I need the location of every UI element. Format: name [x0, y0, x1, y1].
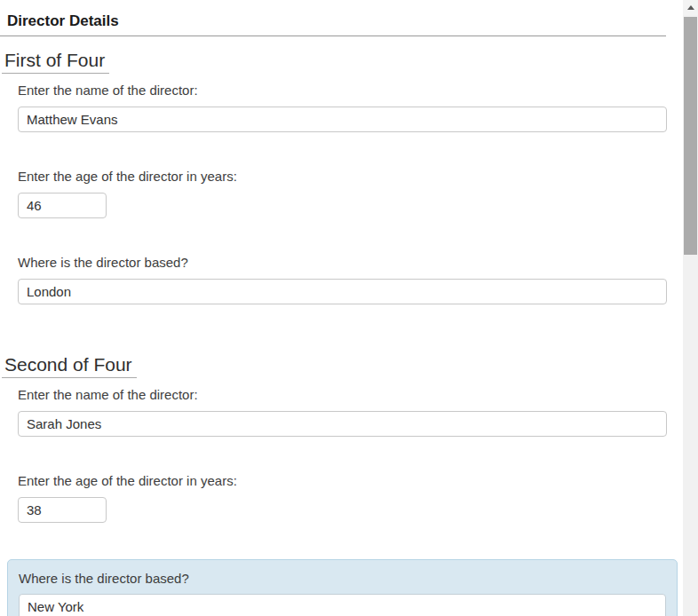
- field-name-2: Enter the name of the director:: [18, 387, 683, 437]
- location-input-2[interactable]: [19, 594, 666, 616]
- triangle-up-icon: [687, 5, 694, 10]
- age-label-2: Enter the age of the director in years:: [18, 473, 683, 489]
- location-label-1: Where is the director based?: [18, 255, 683, 271]
- age-input-1[interactable]: [18, 193, 107, 218]
- name-label-1: Enter the name of the director:: [18, 83, 683, 99]
- field-location-1: Where is the director based?: [18, 255, 683, 304]
- scrollbar-thumb[interactable]: [684, 17, 697, 255]
- section-heading-wrapper: Second of Four: [0, 341, 683, 378]
- scrollbar-up-button[interactable]: [683, 0, 698, 15]
- page-title: Director Details: [7, 12, 683, 31]
- location-input-1[interactable]: [18, 279, 667, 304]
- field-age-2: Enter the age of the director in years:: [18, 473, 683, 523]
- field-name-1: Enter the name of the director:: [18, 83, 683, 132]
- age-label-1: Enter the age of the director in years:: [18, 169, 683, 185]
- form-content: Director Details First of Four Enter the…: [0, 12, 683, 616]
- vertical-scrollbar[interactable]: [683, 0, 698, 616]
- section-second-of-four: Second of Four Enter the name of the dir…: [0, 341, 683, 616]
- name-input-2[interactable]: [18, 411, 667, 437]
- section-first-of-four: First of Four Enter the name of the dire…: [0, 36, 683, 304]
- age-input-2[interactable]: [18, 497, 107, 523]
- name-input-1[interactable]: [18, 107, 667, 132]
- field-location-2-highlighted: Where is the director based?: [7, 559, 678, 616]
- name-label-2: Enter the name of the director:: [18, 387, 683, 403]
- section-heading: First of Four: [2, 49, 109, 74]
- section-heading-wrapper: First of Four: [0, 36, 683, 74]
- location-label-2: Where is the director based?: [19, 571, 666, 587]
- section-heading: Second of Four: [2, 353, 137, 378]
- field-age-1: Enter the age of the director in years:: [18, 169, 683, 218]
